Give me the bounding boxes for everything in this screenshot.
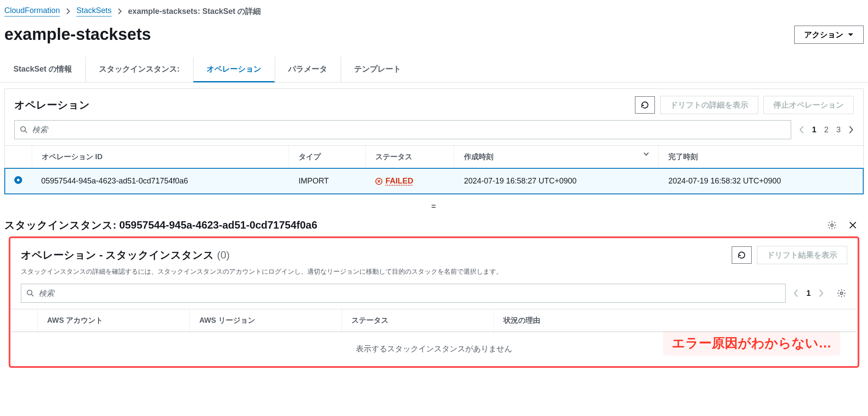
col-created[interactable]: 作成時刻 xyxy=(454,146,659,168)
operations-table: オペレーション ID タイプ ステータス 作成時刻 完了時刻 05957544-… xyxy=(5,145,863,194)
op-instances-search-input[interactable] xyxy=(39,289,780,298)
op-instances-title: オペレーション - スタックインスタンス (0) xyxy=(21,248,230,262)
pager-prev[interactable] xyxy=(799,126,804,134)
actions-dropdown-button[interactable]: アクション xyxy=(794,26,864,44)
chevron-right-icon xyxy=(118,8,122,14)
cell-operation-id: 05957544-945a-4623-ad51-0cd71754f0a6 xyxy=(32,168,289,194)
op-instances-pager: 1 xyxy=(793,288,847,299)
detail-title: スタックインスタンス: 05957544-945a-4623-ad51-0cd7… xyxy=(4,218,317,232)
search-icon xyxy=(26,289,34,297)
refresh-icon xyxy=(641,101,649,109)
pager-page-1[interactable]: 1 xyxy=(806,289,811,298)
operations-search-input[interactable] xyxy=(32,125,786,134)
breadcrumb-stacksets-link[interactable]: StackSets xyxy=(76,6,112,16)
svg-point-0 xyxy=(21,127,26,131)
error-circle-icon xyxy=(375,177,383,185)
gear-icon xyxy=(827,220,837,230)
table-row[interactable]: 05957544-945a-4623-ad51-0cd71754f0a6 IMP… xyxy=(5,168,863,194)
drift-details-button[interactable]: ドリフトの詳細を表示 xyxy=(660,96,758,114)
svg-point-3 xyxy=(27,290,32,295)
cell-type: IMPORT xyxy=(289,168,365,194)
operations-search-box[interactable] xyxy=(14,120,791,139)
tab-stackset-info[interactable]: StackSet の情報 xyxy=(0,57,85,82)
search-icon xyxy=(20,126,28,134)
tab-template[interactable]: テンプレート xyxy=(341,57,414,82)
chevron-right-icon xyxy=(66,8,70,14)
split-handle[interactable]: = xyxy=(0,200,868,215)
close-icon xyxy=(848,221,857,229)
refresh-button[interactable] xyxy=(635,96,655,114)
pager-next[interactable] xyxy=(848,126,854,134)
annotation-highlight-box: オペレーション - スタックインスタンス (0) ドリフト結果を表示 スタックイ… xyxy=(9,236,859,368)
pager-page-2[interactable]: 2 xyxy=(824,125,829,134)
refresh-icon xyxy=(737,251,746,259)
breadcrumb-root-link[interactable]: CloudFormation xyxy=(4,6,60,16)
col-aws-region[interactable]: AWS リージョン xyxy=(190,309,342,332)
cell-created: 2024-07-19 16:58:27 UTC+0900 xyxy=(454,168,659,194)
page-title: example-stacksets xyxy=(4,25,151,44)
table-settings-button[interactable] xyxy=(836,288,847,299)
col-operation-id[interactable]: オペレーション ID xyxy=(32,146,289,168)
pager-prev[interactable] xyxy=(793,289,799,297)
op-instances-subtitle: スタックインスタンスの詳細を確認するには、スタックインスタンスのアカウントにログ… xyxy=(11,268,857,281)
tab-stack-instances[interactable]: スタックインスタンス: xyxy=(85,57,193,82)
breadcrumb-current: example-stacksets: StackSet の詳細 xyxy=(128,6,261,16)
stop-operation-button[interactable]: 停止オペレーション xyxy=(763,96,854,114)
row-radio[interactable] xyxy=(14,176,22,184)
pager-page-1[interactable]: 1 xyxy=(812,125,816,134)
page-header: example-stacksets アクション xyxy=(0,21,868,52)
col-reason[interactable]: 状況の理由 xyxy=(494,309,857,332)
pager-page-3[interactable]: 3 xyxy=(836,125,841,134)
caret-down-icon xyxy=(644,152,649,156)
breadcrumb: CloudFormation StackSets example-stackse… xyxy=(0,0,868,21)
actions-label: アクション xyxy=(804,29,843,40)
col-status[interactable]: ステータス xyxy=(365,146,454,168)
operations-pager: 1 2 3 xyxy=(799,125,854,134)
operations-panel: オペレーション ドリフトの詳細を表示 停止オペレーション 1 2 3 xyxy=(4,88,864,194)
gear-icon xyxy=(837,288,846,298)
close-button[interactable] xyxy=(847,219,858,231)
annotation-text: エラー原因がわからない… xyxy=(663,331,840,356)
tab-operations[interactable]: オペレーション xyxy=(193,57,275,82)
svg-point-4 xyxy=(840,292,843,295)
col-aws-account[interactable]: AWS アカウント xyxy=(37,309,190,332)
refresh-button[interactable] xyxy=(732,246,752,264)
tab-parameters[interactable]: パラメータ xyxy=(275,57,341,82)
op-instances-table: AWS アカウント AWS リージョン ステータス 状況の理由 xyxy=(11,309,857,332)
op-instances-count: (0) xyxy=(217,249,230,261)
caret-down-icon xyxy=(848,33,854,37)
pager-next[interactable] xyxy=(819,289,824,297)
cell-completed: 2024-07-19 16:58:32 UTC+0900 xyxy=(659,168,863,194)
svg-point-2 xyxy=(831,224,833,226)
status-badge[interactable]: FAILED xyxy=(375,177,445,186)
col-type[interactable]: タイプ xyxy=(289,146,365,168)
drift-results-button[interactable]: ドリフト結果を表示 xyxy=(757,246,847,264)
col-completed[interactable]: 完了時刻 xyxy=(659,146,863,168)
detail-bar: スタックインスタンス: 05957544-945a-4623-ad51-0cd7… xyxy=(0,215,868,236)
tabs: StackSet の情報 スタックインスタンス: オペレーション パラメータ テ… xyxy=(0,57,868,82)
op-instances-search-box[interactable] xyxy=(21,284,786,303)
settings-button[interactable] xyxy=(826,219,838,231)
col-status[interactable]: ステータス xyxy=(342,309,494,332)
operations-panel-title: オペレーション xyxy=(14,98,90,112)
